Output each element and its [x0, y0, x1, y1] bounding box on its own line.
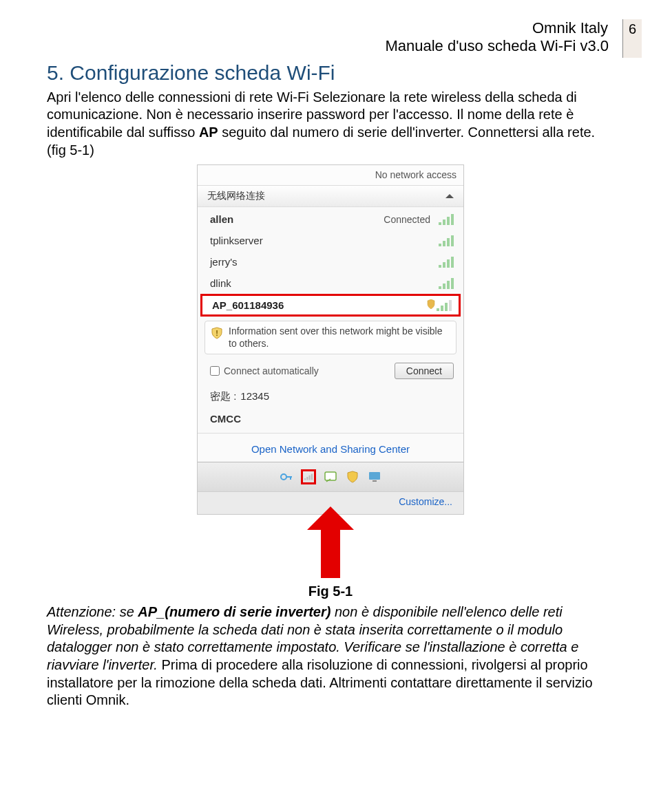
auto-connect-checkbox[interactable]: [210, 366, 220, 376]
wifi-item-ap[interactable]: AP_601184936: [202, 296, 459, 314]
signal-icon: [439, 235, 454, 246]
svg-rect-18: [445, 303, 448, 311]
svg-rect-26: [309, 476, 311, 480]
highlighted-ap-row: AP_601184936: [200, 294, 461, 317]
open-network-center-link[interactable]: Open Network and Sharing Center: [198, 433, 463, 462]
svg-rect-15: [451, 278, 454, 289]
security-shield-icon[interactable]: [345, 469, 360, 484]
svg-rect-5: [443, 241, 445, 246]
svg-rect-30: [373, 480, 377, 482]
wifi-popup-window: No network access 无线网络连接 allen Connected…: [197, 164, 464, 515]
wifi-network-list: allen Connected tplinkserver jerry's dli…: [198, 207, 463, 433]
svg-rect-17: [441, 306, 443, 311]
auto-connect-text: Connect automatically: [224, 365, 319, 376]
connect-controls-row: Connect automatically Connect: [198, 359, 463, 386]
subtitle-text: Manuale d'uso scheda Wi-Fi v3.0: [359, 37, 614, 55]
connect-button[interactable]: Connect: [395, 363, 454, 379]
wifi-item-tplinkserver[interactable]: tplinkserver: [198, 230, 463, 251]
open-network-warning: ! Information sent over this network mig…: [204, 321, 457, 354]
page-number-badge: 6: [622, 19, 642, 58]
auto-connect-checkbox-label[interactable]: Connect automatically: [210, 365, 319, 376]
svg-rect-27: [311, 474, 313, 480]
wireless-section-header[interactable]: 无线网络连接: [198, 186, 463, 207]
wifi-item-allen[interactable]: allen Connected: [198, 209, 463, 230]
svg-rect-0: [439, 222, 441, 225]
svg-rect-13: [443, 284, 445, 289]
wifi-name: allen: [210, 213, 233, 225]
svg-rect-16: [437, 308, 439, 311]
warning-paragraph: Attenzione: se AP_(numero di serie inver…: [47, 603, 614, 709]
wifi-status: Connected: [384, 214, 430, 225]
intro-bold: AP: [199, 125, 218, 140]
warning-text: Information sent over this network might…: [229, 325, 442, 349]
figure-5-1: No network access 无线网络连接 allen Connected…: [197, 164, 464, 578]
signal-icon: [439, 214, 454, 225]
wifi-item-jerrys[interactable]: jerry's: [198, 251, 463, 273]
svg-rect-9: [443, 262, 445, 268]
red-arrow-annotation: [310, 511, 351, 578]
svg-rect-4: [439, 244, 441, 246]
wireless-header-label: 无线网络连接: [207, 190, 265, 202]
brand-text: Omnik Italy: [359, 19, 614, 37]
intro-paragraph: Apri l'elenco delle connessioni di rete …: [47, 89, 614, 159]
monitor-icon[interactable]: [367, 469, 382, 484]
page-number: 6: [629, 21, 636, 37]
wifi-item-dlink[interactable]: dlink: [198, 273, 463, 294]
wifi-name: tplinkserver: [210, 235, 263, 246]
wifi-tray-icon[interactable]: [301, 469, 316, 484]
signal-icon: [437, 300, 452, 311]
key-label: 密匙 :: [210, 390, 236, 403]
figure-label: Fig 5-1: [47, 584, 614, 599]
svg-rect-24: [304, 478, 306, 480]
svg-rect-14: [447, 281, 450, 289]
wifi-name: dlink: [210, 277, 231, 289]
key-icon[interactable]: [279, 469, 294, 484]
svg-point-21: [281, 474, 286, 480]
chevron-up-icon: [445, 194, 454, 198]
svg-rect-6: [447, 238, 450, 246]
svg-rect-8: [439, 265, 441, 268]
svg-rect-23: [290, 476, 291, 480]
section-heading: 5. Configurazione scheda Wi-Fi: [47, 56, 614, 85]
warn-bold: AP_(numero di serie inverter): [138, 604, 330, 619]
svg-rect-2: [447, 217, 450, 225]
shield-icon: [427, 299, 435, 311]
warn-lead: Attenzione: se: [47, 604, 138, 619]
svg-rect-1: [443, 220, 445, 225]
svg-rect-29: [369, 472, 380, 480]
svg-rect-25: [306, 477, 308, 480]
warning-shield-icon: !: [211, 327, 223, 339]
page-header: Omnik Italy Manuale d'uso scheda Wi-Fi v…: [359, 19, 614, 56]
wifi-name: AP_601184936: [212, 299, 284, 311]
svg-rect-7: [451, 235, 454, 246]
svg-rect-10: [447, 259, 450, 268]
network-access-status: No network access: [198, 165, 463, 186]
signal-icon: [439, 278, 454, 289]
svg-rect-11: [451, 257, 454, 268]
network-key-row: 密匙 : 12345: [198, 386, 463, 407]
svg-rect-12: [439, 286, 441, 289]
action-center-icon[interactable]: [323, 469, 338, 484]
key-value: 12345: [240, 390, 269, 403]
svg-rect-19: [449, 300, 452, 311]
wifi-name: jerry's: [210, 256, 238, 268]
system-tray: [198, 462, 463, 491]
svg-rect-3: [451, 214, 454, 225]
svg-text:!: !: [216, 329, 218, 337]
signal-icon: [439, 257, 454, 268]
wifi-item-cmcc[interactable]: CMCC: [198, 407, 463, 431]
